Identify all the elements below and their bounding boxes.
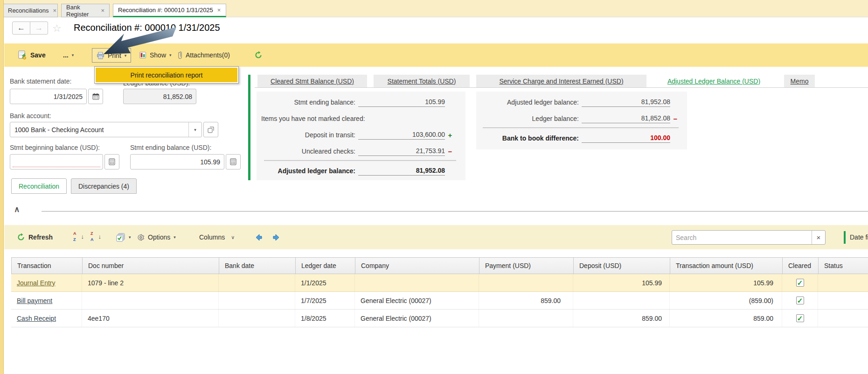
transaction-link[interactable]: Journal Entry [17,279,55,287]
table-row[interactable]: Cash Receipt 4ee170 1/8/2025 General Ele… [11,310,868,327]
link-statement-totals[interactable]: Statement Totals (USD) [374,75,470,87]
column-header-company[interactable]: Company [355,258,479,274]
cleared-checkbox[interactable]: ✓ [796,296,804,304]
date-filter-label[interactable]: Date fi [850,225,868,249]
grid-header-row: Transaction Doc number Bank date Ledger … [11,257,868,274]
column-header-status[interactable]: Status [819,258,868,274]
columns-button[interactable]: Columns ∨ [199,225,235,249]
doc-number-cell: 1079 - line 2 [82,274,219,291]
calendar-icon[interactable] [88,89,103,104]
transaction-amount-cell: 105.99 [670,274,782,291]
column-header-deposit[interactable]: Deposit (USD) [574,258,670,274]
tab-bank-register[interactable]: Bank Register × [61,4,110,17]
bank-to-book-difference-label: Bank to book difference: [476,134,579,142]
transaction-link[interactable]: Bill payment [17,297,52,304]
chevron-down-icon[interactable]: ▾ [188,122,201,137]
open-record-icon[interactable] [203,122,218,137]
chevron-down-icon: ▾ [125,53,127,58]
options-label: Options [148,233,170,241]
forward-button[interactable]: → [30,21,48,35]
back-button[interactable]: ← [12,21,30,35]
bank-date-cell [219,292,295,309]
company-cell: General Electric (00027) [355,310,479,327]
attachments-button[interactable]: Attachments(0) [178,43,230,67]
bank-account-select[interactable]: 1000 Bank - Checking Account ▾ [10,122,202,137]
link-service-charge-interest[interactable]: Service Charge and Interest Earned (USD) [476,75,646,87]
deposit-cell: 105.99 [573,274,670,291]
close-icon[interactable]: × [101,7,104,14]
company-cell: General Electric (00027) [355,292,479,309]
cleared-checkbox[interactable]: ✓ [796,279,804,287]
gear-icon [137,233,145,241]
left-accent-strip [0,0,4,374]
prev-page-button[interactable] [255,225,263,249]
grid-search: × [672,230,826,245]
subtotal-divider [264,160,456,162]
column-header-transaction[interactable]: Transaction [12,258,83,274]
favorite-star-icon[interactable]: ☆ [52,22,62,35]
stmt-ending-balance-input[interactable]: 105.99 [130,154,224,169]
table-row[interactable]: Bill payment 1/7/2025 General Electric (… [11,292,868,310]
selection-dropdown-button[interactable]: ▾ [116,225,131,249]
tab-reconciliations[interactable]: Reconciliations × [3,4,58,17]
sort-ascending-button[interactable]: A Z ↓ [73,225,84,249]
print-button[interactable]: Print ▾ [92,48,131,63]
stmt-ending-balance-label: Stmt ending balance (USD): [130,144,211,151]
history-nav: ← → [12,21,48,35]
column-header-payment[interactable]: Payment (USD) [479,258,574,274]
stmt-beginning-balance-input[interactable] [10,154,103,169]
transaction-amount-cell: 859.00 [670,310,782,327]
payment-cell [479,274,573,291]
calculator-icon[interactable] [226,154,241,169]
column-header-cleared[interactable]: Cleared [783,258,819,274]
summary-links-divider [255,87,868,88]
minus-sign: − [445,148,455,155]
next-page-button[interactable] [272,225,280,249]
ledger-balance-summary-value: 81,852.08 [582,114,670,123]
tab-discrepancies[interactable]: Discrepancies (4) [71,178,137,194]
doc-number-cell [82,292,219,309]
transaction-link[interactable]: Cash Receipt [17,315,56,322]
chevron-down-icon: ▾ [169,53,172,57]
link-cleared-stmt-balance[interactable]: Cleared Stmt Balance (USD) [257,75,367,87]
adjusted-ledger-balance-value: 81,952.08 [582,98,670,107]
tab-reconciliation[interactable]: Reconciliation [11,178,67,194]
show-button[interactable]: Show ▾ [139,43,172,67]
refresh-button[interactable] [254,43,263,67]
menu-item-print-reconciliation-report[interactable]: Print reconciliation report [96,68,237,82]
column-header-transaction-amount[interactable]: Transaction amount (USD) [670,258,783,274]
collapse-chevron-icon[interactable]: ∧ [14,205,20,214]
minus-sign: − [670,115,681,123]
bank-statement-date-input[interactable]: 1/31/2025 [10,89,87,104]
grid-refresh-button[interactable]: Refresh [17,225,53,249]
link-adjusted-ledger-balance[interactable]: Adjusted Ledger Balance (USD) [654,75,773,87]
title-bar: ← → ☆ Reconciliation #: 000010 1/31/2025 [4,17,868,43]
close-icon: × [817,233,821,241]
link-memo[interactable]: Memo [784,75,815,87]
column-header-doc-number[interactable]: Doc number [83,258,219,274]
search-input[interactable] [672,231,812,244]
sort-descending-button[interactable]: Z A ↓ [90,225,102,249]
status-cell [818,292,868,309]
calculator-icon[interactable] [104,154,119,169]
tab-label: Reconciliation #: 000010 1/31/2025 [118,7,213,14]
subtotal-divider [483,127,679,129]
print-dropdown-menu: Print reconciliation report [94,66,239,84]
column-header-ledger-date[interactable]: Ledger date [296,258,355,274]
tab-bar: Reconciliations × Bank Register × Reconc… [0,0,868,17]
save-button[interactable]: Save [18,43,46,67]
more-actions-button[interactable]: ... ▾ [63,43,74,67]
options-button[interactable]: Options ▾ [137,225,176,249]
adjusted-ledger-balance-panel: Adjusted ledger balance: 81,952.08 Ledge… [476,92,687,149]
stmt-ending-balance-value: 105.99 [200,158,220,166]
plus-sign: + [445,131,455,139]
stmt-ending-balance-summary-value: 105.99 [358,98,445,107]
close-icon[interactable]: × [53,7,56,14]
tab-reconciliation-000010[interactable]: Reconciliation #: 000010 1/31/2025 × [113,4,226,17]
clear-search-button[interactable]: × [812,231,825,244]
close-icon[interactable]: × [217,7,221,14]
column-header-bank-date[interactable]: Bank date [219,258,296,274]
table-row[interactable]: Journal Entry 1079 - line 2 1/1/2025 105… [11,274,868,292]
cleared-checkbox[interactable]: ✓ [796,314,804,322]
status-cell [818,274,868,291]
